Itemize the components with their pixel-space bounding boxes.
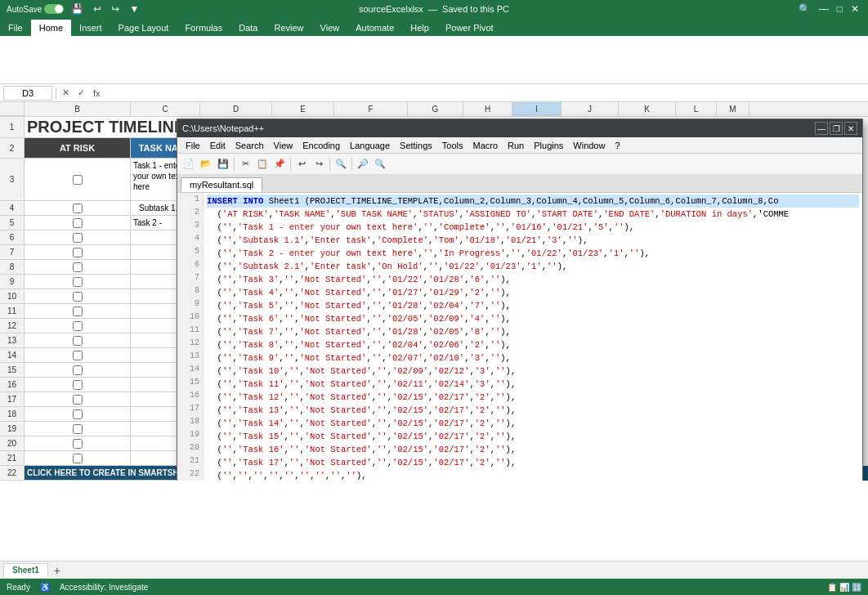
cell-b5[interactable] bbox=[25, 216, 131, 230]
cell-b11[interactable] bbox=[25, 304, 131, 319]
save-icon[interactable]: 💾 bbox=[69, 2, 86, 16]
search-icon[interactable]: 🔍 bbox=[796, 2, 813, 16]
cell-b9[interactable] bbox=[25, 275, 131, 289]
cell-b3[interactable] bbox=[25, 159, 131, 201]
checkbox-b12[interactable] bbox=[73, 321, 83, 331]
checkbox-b8[interactable] bbox=[73, 262, 83, 272]
cell-b8[interactable] bbox=[25, 260, 131, 275]
undo-icon[interactable]: ↩ bbox=[91, 2, 104, 16]
cell-b20[interactable] bbox=[25, 436, 131, 451]
npp-menu-settings[interactable]: Settings bbox=[395, 139, 437, 152]
npp-cut[interactable]: ✂ bbox=[237, 156, 253, 172]
checkbox-b9[interactable] bbox=[73, 277, 83, 287]
npp-paste[interactable]: 📌 bbox=[271, 156, 288, 172]
col-header-d[interactable]: D bbox=[200, 102, 272, 116]
npp-menu-encoding[interactable]: Encoding bbox=[298, 139, 345, 152]
cell-b18[interactable] bbox=[25, 407, 131, 422]
cell-b21[interactable] bbox=[25, 451, 131, 466]
checkbox-b17[interactable] bbox=[73, 395, 83, 405]
autosave-pill[interactable] bbox=[44, 4, 64, 14]
npp-restore[interactable]: ❐ bbox=[830, 122, 843, 135]
npp-zoom-in[interactable]: 🔎 bbox=[355, 156, 371, 172]
npp-menu-edit[interactable]: Edit bbox=[205, 139, 230, 152]
col-header-l[interactable]: L bbox=[676, 102, 717, 116]
close-icon[interactable]: ✕ bbox=[848, 2, 861, 16]
tab-home[interactable]: Home bbox=[31, 20, 71, 36]
col-header-k[interactable]: K bbox=[619, 102, 676, 116]
col-header-b[interactable]: B bbox=[25, 102, 131, 116]
tab-automate[interactable]: Automate bbox=[347, 20, 402, 36]
col-header-e[interactable]: E bbox=[272, 102, 334, 116]
checkbox-b18[interactable] bbox=[73, 409, 83, 419]
checkbox-b15[interactable] bbox=[73, 365, 83, 375]
npp-menu-macro[interactable]: Macro bbox=[468, 139, 503, 152]
cell-b4[interactable] bbox=[25, 201, 131, 216]
checkbox-b7[interactable] bbox=[73, 248, 83, 257]
checkbox-b3[interactable] bbox=[73, 175, 83, 185]
npp-menu-tools[interactable]: Tools bbox=[437, 139, 468, 152]
confirm-formula-icon[interactable]: ✓ bbox=[75, 87, 87, 99]
checkbox-b4[interactable] bbox=[73, 204, 83, 213]
checkbox-b13[interactable] bbox=[73, 336, 83, 346]
col-header-f[interactable]: F bbox=[334, 102, 408, 116]
npp-zoom-out[interactable]: 🔍 bbox=[372, 156, 388, 172]
checkbox-b14[interactable] bbox=[73, 351, 83, 360]
tab-view[interactable]: View bbox=[312, 20, 348, 36]
col-header-m[interactable]: M bbox=[717, 102, 749, 116]
cell-b13[interactable] bbox=[25, 333, 131, 348]
npp-close[interactable]: ✕ bbox=[844, 122, 857, 135]
cell-reference[interactable] bbox=[3, 86, 52, 101]
npp-tab-sql[interactable]: myResultant.sql bbox=[181, 177, 262, 192]
npp-menu-run[interactable]: Run bbox=[503, 139, 529, 152]
npp-menu-language[interactable]: Language bbox=[345, 139, 395, 152]
cell-b16[interactable] bbox=[25, 378, 131, 392]
cell-b7[interactable] bbox=[25, 245, 131, 260]
maximize-icon[interactable]: □ bbox=[834, 2, 845, 16]
checkbox-b11[interactable] bbox=[73, 306, 83, 316]
checkbox-b19[interactable] bbox=[73, 424, 83, 434]
checkbox-b21[interactable] bbox=[73, 454, 83, 463]
checkbox-b20[interactable] bbox=[73, 439, 83, 449]
npp-menu-plugins[interactable]: Plugins bbox=[529, 139, 568, 152]
npp-minimize[interactable]: — bbox=[815, 122, 828, 135]
npp-menu-file[interactable]: File bbox=[181, 139, 205, 152]
npp-code-content[interactable]: INSERT INTO Sheet1 (PROJECT_TIMELINE_TEM… bbox=[204, 193, 862, 481]
npp-find[interactable]: 🔍 bbox=[333, 156, 349, 172]
npp-open[interactable]: 📂 bbox=[198, 156, 214, 172]
npp-menu-help[interactable]: ? bbox=[610, 139, 624, 152]
checkbox-b6[interactable] bbox=[73, 233, 83, 243]
tab-help[interactable]: Help bbox=[402, 20, 437, 36]
cell-b19[interactable] bbox=[25, 422, 131, 436]
customize-icon[interactable]: ▼ bbox=[127, 2, 141, 16]
tab-insert[interactable]: Insert bbox=[71, 20, 110, 36]
npp-menu-search[interactable]: Search bbox=[230, 139, 269, 152]
minimize-icon[interactable]: — bbox=[817, 2, 831, 16]
npp-undo[interactable]: ↩ bbox=[293, 156, 310, 172]
col-header-h[interactable]: H bbox=[463, 102, 512, 116]
npp-menu-view[interactable]: View bbox=[269, 139, 298, 152]
cell-b12[interactable] bbox=[25, 319, 131, 333]
tab-page-layout[interactable]: Page Layout bbox=[110, 20, 177, 36]
cell-b10[interactable] bbox=[25, 289, 131, 304]
tab-power-pivot[interactable]: Power Pivot bbox=[437, 20, 502, 36]
tab-file[interactable]: File bbox=[0, 20, 31, 36]
npp-save[interactable]: 💾 bbox=[215, 156, 231, 172]
col-header-i[interactable]: I bbox=[512, 102, 562, 116]
cancel-formula-icon[interactable]: ✕ bbox=[60, 87, 72, 99]
cell-b17[interactable] bbox=[25, 392, 131, 407]
npp-copy[interactable]: 📋 bbox=[254, 156, 271, 172]
npp-new[interactable]: 📄 bbox=[181, 156, 197, 172]
checkbox-b10[interactable] bbox=[73, 292, 83, 302]
cell-b14[interactable] bbox=[25, 348, 131, 363]
npp-menu-window[interactable]: Window bbox=[568, 139, 610, 152]
npp-redo[interactable]: ↪ bbox=[311, 156, 327, 172]
tab-review[interactable]: Review bbox=[266, 20, 311, 36]
autosave-toggle[interactable]: AutoSave bbox=[7, 4, 64, 14]
redo-icon[interactable]: ↪ bbox=[109, 2, 122, 16]
col-header-g[interactable]: G bbox=[408, 102, 463, 116]
tab-data[interactable]: Data bbox=[230, 20, 266, 36]
formula-input[interactable] bbox=[106, 88, 865, 98]
checkbox-b16[interactable] bbox=[73, 380, 83, 390]
col-header-j[interactable]: J bbox=[562, 102, 619, 116]
function-icon[interactable]: fx bbox=[91, 87, 103, 99]
